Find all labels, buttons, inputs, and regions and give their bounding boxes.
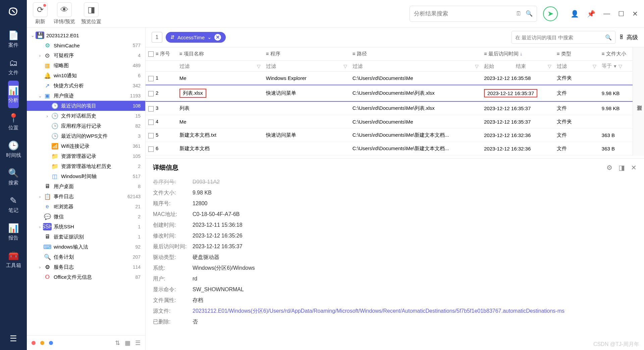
- column-settings-tab[interactable]: 设置列: [633, 47, 644, 156]
- tree-item[interactable]: 🕒最近访问的项目108: [27, 101, 145, 111]
- tree-item[interactable]: ›SSH系统SSH1: [27, 222, 145, 232]
- col-path[interactable]: ≡ 路径: [350, 47, 481, 61]
- nav-item-时间线[interactable]: 🕒时间线: [5, 136, 21, 163]
- table-search-input[interactable]: [515, 35, 605, 40]
- nav-item-搜索[interactable]: 🔍搜索: [5, 163, 21, 191]
- tree-item[interactable]: 🕒最近访问的WPS文件3: [27, 131, 145, 141]
- close-panel-icon[interactable]: ✕: [631, 164, 637, 172]
- nav-icon: 📄: [5, 30, 21, 41]
- search-icon[interactable]: 🔍: [605, 34, 612, 41]
- tree-item[interactable]: ›🕒文件对话框历史15: [27, 111, 145, 121]
- table-row[interactable]: 1MeWindows ExplorerC:\Users\rd\Documents…: [146, 72, 644, 85]
- sort-icon[interactable]: ⇅: [115, 339, 120, 347]
- detail-preview-button[interactable]: 👁 详情/预览: [54, 2, 75, 25]
- col-atime[interactable]: ≡ 最后访问时间 ↓: [481, 47, 554, 61]
- send-button[interactable]: ➤: [543, 6, 558, 21]
- nav-item-工具箱[interactable]: 🧰工具箱: [5, 246, 21, 273]
- nav-item-报告[interactable]: 📊报告: [5, 218, 21, 246]
- tree-item[interactable]: ›⊙可疑程序4: [27, 50, 145, 60]
- filter-prog[interactable]: [266, 63, 341, 69]
- col-prog[interactable]: ≡ 程序: [263, 47, 350, 61]
- tree-item[interactable]: eIE浏览器21: [27, 202, 145, 212]
- advanced-button[interactable]: 🎚 高级: [619, 34, 638, 41]
- tree-item[interactable]: 📁资源管理器地址栏历史2: [27, 161, 145, 171]
- row-checkbox[interactable]: [148, 133, 154, 138]
- refresh-button[interactable]: ⟳ 刷新: [33, 2, 48, 25]
- tree-item[interactable]: ⚙ShimCache577: [27, 40, 145, 50]
- app-logo: [6, 4, 21, 19]
- table-row[interactable]: 3列表C:\Users\rd\Documents\Me\列表.xlsx2023-…: [146, 101, 644, 115]
- col-seq[interactable]: ≡ 序号: [146, 47, 177, 61]
- tree-item[interactable]: ⌨windows输入法92: [27, 242, 145, 252]
- gear-icon[interactable]: ⚙: [606, 164, 612, 172]
- detail-row: 修改时间:2023-12-12 16:35:26: [153, 230, 637, 241]
- search-input[interactable]: [414, 10, 512, 17]
- tree-icon: 🕒: [50, 122, 59, 130]
- filter-type[interactable]: [557, 63, 591, 69]
- funnel-icon: ▽: [475, 63, 479, 69]
- row-checkbox[interactable]: [148, 91, 154, 96]
- tree-item[interactable]: ›⚙服务日志114: [27, 262, 145, 272]
- tree-item[interactable]: 🖥嵌套证据识别1: [27, 232, 145, 242]
- filter-path[interactable]: [353, 63, 473, 69]
- table-row[interactable]: 4MeC:\Users\rd\Documents\Me2023-12-12 16…: [146, 115, 644, 129]
- col-type[interactable]: ≡ 类型: [554, 47, 599, 61]
- tree-item[interactable]: OOffice文件元信息87: [27, 272, 145, 282]
- filter-start[interactable]: [484, 63, 514, 69]
- nav-icon: 📍: [5, 113, 21, 123]
- details-panel: 详细信息 ⚙ ◨ ✕ 卷序列号:D993-11A2文件大小:9.98 KB顺序号…: [146, 158, 644, 350]
- preview-pos-button[interactable]: ◨ 预览位置: [81, 2, 101, 25]
- nav-item-分析[interactable]: 📊分析: [8, 81, 19, 108]
- detail-row: 用户:rd: [153, 273, 637, 284]
- calendar-icon[interactable]: 🗓: [516, 10, 522, 17]
- table-search[interactable]: 🔍: [512, 31, 615, 44]
- filter-end[interactable]: [516, 63, 546, 69]
- table-row[interactable]: 2列表.xlsx快速访问菜单C:\Users\rd\Documents\Me\列…: [146, 85, 644, 101]
- global-search[interactable]: 🗓 🔍: [410, 6, 537, 22]
- row-checkbox[interactable]: [148, 120, 154, 125]
- tree-item[interactable]: ↗快捷方式分析342: [27, 81, 145, 91]
- tree-item[interactable]: 📶Wifi连接记录361: [27, 141, 145, 151]
- table-row[interactable]: 5新建文本文档.txt快速访问菜单C:\Users\rd\Documents\M…: [146, 129, 644, 142]
- tree-item[interactable]: 💬微信2: [27, 212, 145, 222]
- row-checkbox[interactable]: [148, 76, 154, 81]
- remove-filter-icon[interactable]: ✕: [214, 34, 221, 41]
- nav-hamburger-icon[interactable]: ☰: [10, 327, 17, 350]
- filter-name[interactable]: [179, 63, 255, 69]
- tree-item[interactable]: ⌄▣用户痕迹1193: [27, 91, 145, 101]
- tree-icon: SSH: [43, 223, 52, 230]
- row-checkbox[interactable]: [148, 146, 154, 152]
- search-icon[interactable]: 🔍: [526, 10, 533, 17]
- nav-item-笔记[interactable]: ✎笔记: [5, 191, 21, 218]
- filter-pill[interactable]: ⇵ AccessTime ⌄ ✕: [166, 32, 226, 43]
- tree-item[interactable]: 🔔win10通知6: [27, 71, 145, 81]
- count-box[interactable]: 1: [152, 32, 162, 43]
- nav-icon: 🧰: [5, 251, 21, 261]
- tree-item[interactable]: 🔍任务计划207: [27, 252, 145, 262]
- list-icon[interactable]: ☰: [135, 339, 141, 347]
- tree-icon: 🕒: [50, 132, 59, 140]
- grid-icon[interactable]: ▦: [125, 339, 130, 347]
- tree-item[interactable]: ›📋事件日志62143: [27, 191, 145, 202]
- maximize-icon[interactable]: ☐: [618, 10, 624, 18]
- watermark: CSDN @TJ-周月年: [593, 341, 639, 348]
- tree-item[interactable]: ▦缩略图489: [27, 60, 145, 71]
- minimize-icon[interactable]: —: [603, 10, 610, 18]
- tree-item[interactable]: 🕒应用程序运行记录82: [27, 121, 145, 131]
- tree-item[interactable]: 📁资源管理器记录105: [27, 151, 145, 161]
- nav-item-文件[interactable]: 🗂文件: [5, 53, 21, 81]
- col-name[interactable]: ≡ 项目名称: [177, 47, 263, 61]
- user-icon[interactable]: 👤: [571, 10, 579, 18]
- nav-item-案件[interactable]: 📄案件: [5, 26, 21, 53]
- row-checkbox[interactable]: [148, 106, 154, 112]
- pin-icon[interactable]: 📌: [587, 10, 595, 18]
- tree-footer: ⇅ ▦ ☰: [27, 335, 145, 350]
- panel-icon[interactable]: ◨: [619, 164, 625, 172]
- tree-root[interactable]: ⌄ 💾 20231212.E01: [27, 30, 145, 40]
- table-row[interactable]: 6新建文本文档C:\Users\rd\Documents\Me\新建文本文档..…: [146, 142, 644, 156]
- tree-item[interactable]: ◫Windows时间轴517: [27, 171, 145, 181]
- tree-item[interactable]: 🖥用户桌面8: [27, 181, 145, 191]
- close-icon[interactable]: ✕: [632, 10, 638, 18]
- details-title: 详细信息: [153, 163, 600, 172]
- nav-item-位置[interactable]: 📍位置: [5, 108, 21, 136]
